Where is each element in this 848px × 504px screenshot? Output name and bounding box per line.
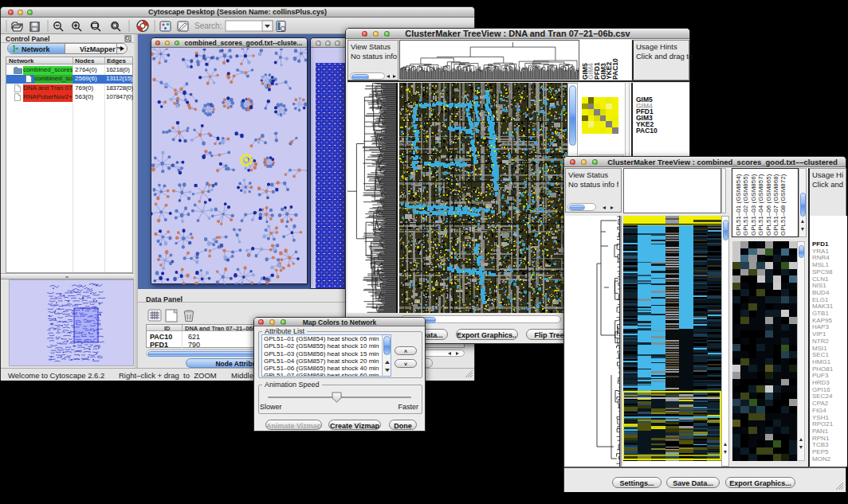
svg-text:Search:: Search: — [194, 21, 222, 30]
